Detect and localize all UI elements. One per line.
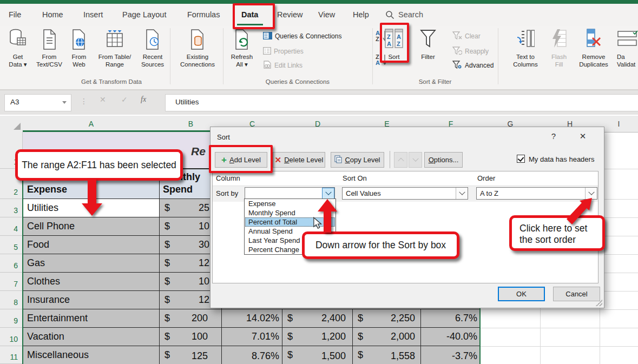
cell-a7[interactable]: Clothes — [23, 273, 160, 291]
column-header-label: Column — [216, 174, 240, 182]
tab-home[interactable]: Home — [42, 4, 63, 26]
cell-d10[interactable]: $1,200 — [282, 328, 353, 346]
toolbar-divider — [390, 151, 390, 168]
cell-a6[interactable]: Gas — [23, 254, 160, 273]
from-web-button[interactable]: From Web — [65, 28, 93, 68]
dropdown-item-expense[interactable]: Expense — [245, 199, 335, 208]
flash-fill-button: Flash Fill — [547, 28, 571, 68]
enter-entry-icon[interactable]: ✓ — [121, 95, 128, 104]
row-header-5[interactable]: 5 — [0, 236, 23, 254]
insert-function-icon[interactable]: fx — [141, 95, 146, 104]
name-box-value: A3 — [10, 98, 19, 106]
from-text-csv-button[interactable]: From Text/CSV — [34, 28, 64, 68]
text-to-columns-label-2: Columns — [513, 61, 537, 68]
remove-duplicates-button[interactable]: Remove Duplicates — [575, 28, 613, 68]
column-header-i[interactable]: I — [600, 116, 638, 133]
tab-view[interactable]: View — [318, 4, 335, 26]
cell-a8[interactable]: Insurance — [23, 291, 160, 309]
cell-d9[interactable]: $2,400 — [282, 309, 353, 328]
row-header-6[interactable]: 6 — [0, 254, 23, 273]
move-up-button[interactable] — [394, 152, 407, 168]
order-combo[interactable]: A to Z — [476, 187, 597, 200]
cell-f10[interactable]: -40.0% — [421, 328, 481, 346]
order-value: A to Z — [480, 189, 498, 197]
remove-duplicates-label-1: Remove — [582, 54, 606, 60]
cell-f11[interactable]: -3.7% — [421, 346, 481, 364]
help-button[interactable]: ? — [545, 131, 562, 141]
ribbon: Get Data ▾ From Text/CSV From Web From T… — [0, 26, 638, 90]
queries-connections-button[interactable]: Queries & Connections — [263, 30, 341, 42]
get-data-button[interactable]: Get Data ▾ — [3, 28, 32, 68]
existing-connections-button[interactable]: Existing Connections — [173, 28, 222, 68]
dropdown-item-monthly-spend[interactable]: Monthly Spend — [245, 208, 335, 217]
row-header-11[interactable]: 11 — [0, 346, 23, 364]
cell-f9[interactable]: 6.7% — [421, 309, 481, 328]
tab-help[interactable]: Help — [353, 4, 369, 26]
tab-formulas[interactable]: Formulas — [187, 4, 220, 26]
cell-value: 12 — [199, 294, 209, 306]
my-data-has-headers-checkbox[interactable] — [517, 155, 525, 163]
sort-on-dropdown-button[interactable] — [456, 188, 468, 199]
search-icon[interactable] — [385, 10, 394, 22]
cell-a5[interactable]: Food — [23, 236, 160, 254]
cell-a3-active[interactable]: Utilities — [23, 199, 160, 217]
delete-level-button[interactable]: ✕ Delete Level — [273, 152, 325, 168]
cell-b10[interactable]: $100 — [160, 328, 222, 346]
filter-button[interactable]: Filter — [413, 28, 443, 61]
tab-insert[interactable]: Insert — [83, 4, 103, 26]
cell-d11[interactable]: $1,500 — [282, 346, 353, 364]
name-box[interactable]: A3 — [4, 94, 71, 111]
select-all-corner[interactable] — [0, 116, 23, 133]
refresh-all-label-1: Refresh — [231, 54, 253, 60]
cell-c9[interactable]: 14.02% — [222, 309, 282, 328]
cell-c10[interactable]: 7.01% — [222, 328, 282, 346]
cell-a4[interactable]: Cell Phone — [23, 217, 160, 236]
advanced-filter-button[interactable]: Advanced — [452, 59, 494, 71]
close-button[interactable]: ✕ — [574, 131, 591, 141]
reapply-funnel-icon — [452, 47, 462, 57]
cancel-button[interactable]: Cancel — [553, 287, 600, 301]
tab-page-layout[interactable]: Page Layout — [122, 4, 166, 26]
sort-on-combo[interactable]: Cell Values — [342, 187, 468, 200]
formula-input[interactable]: Utilities — [165, 94, 638, 111]
row-header-10[interactable]: 10 — [0, 328, 23, 346]
sort-by-dropdown-button[interactable] — [322, 188, 334, 199]
tab-file[interactable]: File — [9, 4, 21, 26]
header-monthly-line2: Spend — [163, 184, 193, 195]
callout-order-line2: the sort order — [519, 234, 576, 245]
cancel-entry-icon[interactable]: ✕ — [100, 95, 106, 104]
resize-grip[interactable] — [596, 300, 602, 306]
text-to-columns-button[interactable]: Text to Columns — [509, 28, 542, 68]
options-button[interactable]: Options... — [424, 152, 463, 168]
row-header-4[interactable]: 4 — [0, 217, 23, 236]
cell-e9[interactable]: $2,250 — [353, 309, 421, 328]
cell-e10[interactable]: $2,000 — [353, 328, 421, 346]
tab-review[interactable]: Review — [277, 4, 303, 26]
order-dropdown-button[interactable] — [585, 188, 597, 199]
from-table-range-button[interactable]: From Table/ Range — [93, 28, 136, 68]
sort-by-column-combo[interactable] — [245, 187, 335, 200]
cell-a10[interactable]: Vacation — [23, 328, 160, 346]
cell-value: Cell Phone — [27, 221, 75, 232]
cell-a9[interactable]: Entertainment — [23, 309, 160, 328]
row-header-7[interactable]: 7 — [0, 273, 23, 291]
ok-button[interactable]: OK — [498, 287, 545, 301]
row-header-9[interactable]: 9 — [0, 309, 23, 328]
cell-a11[interactable]: Miscellaneous — [23, 346, 160, 364]
chevron-down-icon — [325, 189, 331, 195]
recent-sources-button[interactable]: Recent Sources — [137, 28, 168, 68]
data-validation-label-1: Da — [617, 54, 625, 60]
cell-b11[interactable]: $125 — [160, 346, 222, 364]
move-down-button[interactable] — [409, 152, 422, 168]
copy-level-button[interactable]: Copy Level — [331, 152, 384, 168]
group-label-sort-filter: Sort & Filter — [372, 78, 498, 87]
refresh-all-button[interactable]: Refresh All ▾ — [226, 28, 258, 68]
cell-b9[interactable]: $200 — [160, 309, 222, 328]
row-header-3[interactable]: 3 — [0, 199, 23, 217]
cell-c11[interactable]: 8.76% — [222, 346, 282, 364]
cell-e11[interactable]: $1,558 — [353, 346, 421, 364]
row-header-8[interactable]: 8 — [0, 291, 23, 309]
data-validation-button[interactable]: Da Validat — [617, 28, 638, 68]
globe-file-icon — [65, 28, 93, 52]
name-box-dropdown-icon[interactable] — [62, 101, 67, 104]
